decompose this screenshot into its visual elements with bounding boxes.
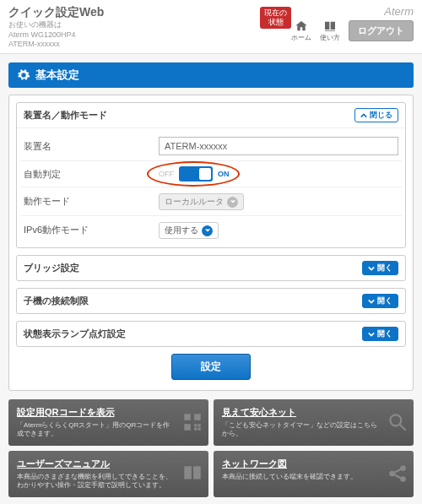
current-status-button[interactable]: 現在の 状態 — [260, 7, 291, 29]
chevron-down-icon — [368, 265, 375, 272]
card-safenet[interactable]: 見えて安心ネット 「こども安心ネットタイマー」などの設定はこちらから。 — [214, 399, 414, 446]
ipv6-select[interactable]: 使用する — [159, 222, 219, 239]
home-link[interactable]: ホーム — [291, 19, 311, 42]
book-icon — [322, 19, 338, 33]
toggle-switch[interactable] — [179, 166, 213, 182]
howto-link[interactable]: 使い方 — [320, 19, 340, 42]
device-sub3: ATERM-xxxxxx — [8, 40, 255, 50]
row-mode: 動作モード ローカルルータ — [20, 187, 402, 216]
chevron-down-icon — [368, 331, 375, 338]
section-header[interactable]: 状態表示ランプ点灯設定 開く — [17, 322, 405, 346]
app-title: クイック設定Web — [8, 5, 255, 20]
content: 基本設定 装置名／動作モード 閉じる 装置名 自動判定 — [0, 54, 422, 504]
section-device-mode: 装置名／動作モード 閉じる 装置名 自動判定 OFF — [16, 102, 406, 248]
section-header[interactable]: 子機の接続制限 開く — [17, 289, 405, 313]
top-bar: クイック設定Web お使いの機器は Aterm WG1200HP4 ATERM-… — [0, 0, 422, 54]
row-device-name: 装置名 — [20, 132, 402, 161]
device-sub1: お使いの機器は — [8, 20, 255, 30]
qr-icon — [181, 411, 203, 433]
expand-button[interactable]: 開く — [362, 294, 398, 308]
svg-point-0 — [390, 415, 401, 426]
top-right: Aterm ホーム 使い方 ログアウト — [291, 5, 414, 42]
row-ipv6: IPv6動作モード 使用する — [20, 216, 402, 244]
section-child-limit: 子機の接続制限 開く — [16, 288, 406, 314]
chevron-down-icon — [202, 225, 213, 236]
home-icon — [294, 19, 309, 33]
card-qr[interactable]: 設定用QRコードを表示 「AtermらくらくQRスタート」用のQRコードを作成で… — [8, 399, 208, 446]
link-cards: 設定用QRコードを表示 「AtermらくらくQRスタート」用のQRコードを作成で… — [8, 399, 414, 497]
book-icon — [181, 463, 203, 485]
expand-button[interactable]: 開く — [362, 261, 398, 275]
settings-pane: 装置名／動作モード 閉じる 装置名 自動判定 OFF — [8, 95, 414, 391]
share-icon — [387, 463, 408, 485]
chevron-down-icon — [227, 197, 238, 208]
mode-select[interactable]: ローカルルータ — [159, 193, 244, 210]
chevron-up-icon — [360, 112, 367, 119]
auto-detect-toggle[interactable]: OFF ON — [159, 166, 398, 182]
device-sub2: Aterm WG1200HP4 — [8, 30, 255, 41]
logout-button[interactable]: ログアウト — [349, 20, 414, 41]
chevron-down-icon — [368, 298, 375, 305]
section-bridge: ブリッジ設定 開く — [16, 255, 406, 281]
expand-button[interactable]: 開く — [362, 327, 398, 341]
gear-icon — [17, 68, 30, 82]
brand-logo: Aterm — [384, 5, 414, 18]
row-auto-detect: 自動判定 OFF ON — [20, 161, 402, 187]
magnifier-icon — [387, 411, 408, 433]
apply-button[interactable]: 設定 — [171, 354, 251, 380]
section-lamp: 状態表示ランプ点灯設定 開く — [16, 321, 406, 347]
card-network[interactable]: ネットワーク図 本商品に接続している端末を確認できます。 — [214, 451, 414, 497]
banner-title: 基本設定 — [35, 68, 79, 83]
card-manual[interactable]: ユーザーズマニュアル 本商品のさまざまな機能を利用してできることを、わかりやすい… — [8, 451, 208, 497]
section-header[interactable]: ブリッジ設定 開く — [17, 256, 405, 280]
section-header[interactable]: 装置名／動作モード 閉じる — [17, 103, 405, 128]
page-banner: 基本設定 — [8, 62, 414, 88]
device-name-input[interactable] — [159, 137, 398, 155]
title-area: クイック設定Web お使いの機器は Aterm WG1200HP4 ATERM-… — [8, 5, 255, 50]
collapse-button[interactable]: 閉じる — [354, 108, 398, 122]
